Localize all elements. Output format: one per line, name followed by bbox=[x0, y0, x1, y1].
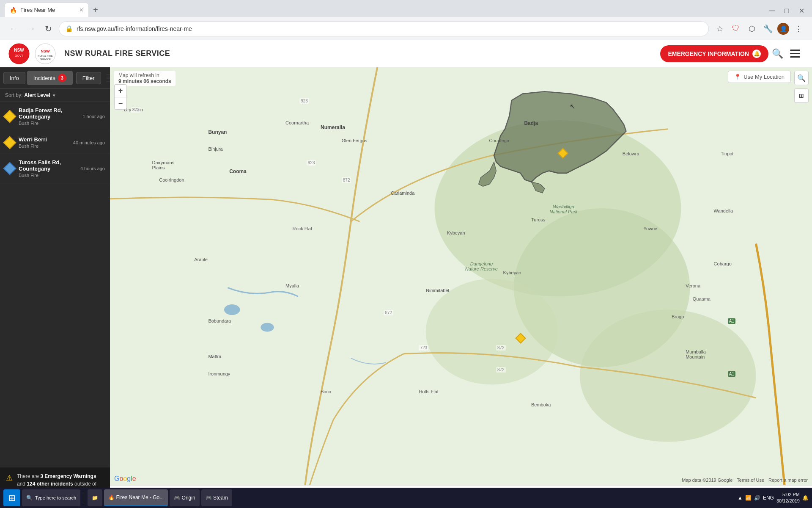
layers-btn[interactable]: ⊞ bbox=[794, 88, 809, 103]
url-text: rfs.nsw.gov.au/fire-information/fires-ne… bbox=[77, 25, 702, 32]
taskbar-origin[interactable]: 🎮 Origin bbox=[170, 489, 199, 506]
taskbar-hide-icon[interactable]: ▲ bbox=[738, 495, 743, 501]
svg-point-11 bbox=[580, 310, 756, 442]
google-logo: Google bbox=[114, 475, 136, 483]
map-area: Map will refresh in: 9 minutes 06 second… bbox=[110, 67, 812, 508]
fire-item-3[interactable]: Tuross Falls Rd, Countegany Bush Fire 4 … bbox=[0, 154, 110, 183]
incidents-count-badge: 3 bbox=[58, 74, 66, 82]
refresh-time: 9 minutes 06 seconds bbox=[118, 78, 171, 84]
taskbar: ⊞ 🔍 Type here to search 📁 🔥 Fires Near M… bbox=[0, 488, 812, 508]
emergency-btn[interactable]: EMERGENCY INFORMATION 🔔 bbox=[660, 45, 768, 62]
tab-close-btn[interactable]: × bbox=[80, 6, 83, 14]
map-container: Map will refresh in: 9 minutes 06 second… bbox=[110, 67, 812, 508]
fire-time-1: 1 hour ago bbox=[82, 114, 105, 119]
svg-point-3 bbox=[35, 44, 55, 64]
nav-icons: ☆ 🛡 ⬡ 🔧 👤 ⋮ bbox=[713, 22, 805, 36]
taskbar-volume-icon: 🔊 bbox=[754, 495, 760, 501]
zoom-out-btn[interactable]: − bbox=[114, 97, 127, 110]
new-tab-btn[interactable]: + bbox=[89, 3, 102, 17]
svg-text:NSW: NSW bbox=[41, 49, 50, 53]
fire-time-2: 40 minutes ago bbox=[73, 140, 105, 145]
incidents-label: Incidents bbox=[33, 75, 55, 81]
incidents-tab-btn[interactable]: Incidents 3 bbox=[27, 71, 73, 85]
time-display: 5:02 PM bbox=[776, 491, 800, 498]
map-background bbox=[110, 67, 812, 508]
more-btn[interactable]: ⋮ bbox=[792, 22, 805, 36]
taskbar-notification-icon[interactable]: 🔔 bbox=[802, 495, 809, 501]
fire-time-3: 4 hours ago bbox=[80, 166, 105, 171]
address-bar[interactable]: 🔒 rfs.nsw.gov.au/fire-information/fires-… bbox=[59, 21, 709, 36]
profile-icon[interactable]: 👤 bbox=[777, 23, 789, 35]
map-data-credit: Map data ©2019 Google bbox=[682, 478, 732, 483]
fire-name-1: Badja Forest Rd, Countegany bbox=[19, 107, 78, 120]
forward-btn[interactable]: → bbox=[25, 21, 38, 36]
svg-text:SERVICE: SERVICE bbox=[40, 58, 51, 61]
refresh-timer: Map will refresh in: 9 minutes 06 second… bbox=[114, 71, 176, 86]
close-btn[interactable]: ✕ bbox=[795, 5, 809, 17]
svg-point-0 bbox=[9, 44, 29, 64]
svg-point-12 bbox=[224, 304, 240, 315]
header-title: NSW RURAL FIRE SERVICE bbox=[64, 49, 170, 58]
use-location-label: Use My Location bbox=[743, 74, 785, 80]
use-location-btn[interactable]: 📍 Use My Location bbox=[728, 71, 791, 83]
svg-point-10 bbox=[426, 279, 558, 385]
browser-chrome: 🔥 Fires Near Me × + ─ ☐ ✕ ← → ↻ 🔒 rfs.ns… bbox=[0, 0, 812, 40]
map-search-btn[interactable]: 🔍 bbox=[794, 71, 809, 85]
taskbar-eng-label: ENG bbox=[763, 495, 774, 501]
tab-bar: 🔥 Fires Near Me × + ─ ☐ ✕ bbox=[0, 0, 812, 17]
fire-marker-yellow-2 bbox=[3, 136, 16, 149]
fire-info-3: Tuross Falls Rd, Countegany Bush Fire bbox=[19, 159, 76, 178]
map-cursor: ↖ bbox=[570, 102, 575, 110]
fire-info-1: Badja Forest Rd, Countegany Bush Fire bbox=[19, 107, 78, 126]
active-tab[interactable]: 🔥 Fires Near Me × bbox=[4, 3, 89, 17]
info-tab-btn[interactable]: Info bbox=[3, 72, 25, 84]
minimize-btn[interactable]: ─ bbox=[765, 5, 779, 17]
alert-warning-icon: ⚠ bbox=[6, 473, 13, 483]
svg-text:RURAL FIRE: RURAL FIRE bbox=[38, 55, 52, 57]
report-error-link[interactable]: Report a map error bbox=[768, 478, 808, 483]
filter-btn[interactable]: Filter bbox=[76, 72, 101, 84]
refresh-label: Map will refresh in: bbox=[118, 72, 171, 78]
back-btn[interactable]: ← bbox=[7, 21, 20, 36]
tab-favicon: 🔥 bbox=[10, 7, 17, 14]
sort-arrow-icon: ▼ bbox=[52, 93, 56, 98]
taskbar-network-icon: 📶 bbox=[745, 495, 752, 501]
main-content: Info Incidents 3 Filter Sort by: Alert L… bbox=[0, 67, 812, 508]
maximize-btn[interactable]: ☐ bbox=[780, 6, 794, 16]
zoom-in-btn[interactable]: + bbox=[114, 84, 127, 97]
hamburger-icon bbox=[790, 50, 800, 58]
taskbar-chrome[interactable]: 🔥 Fires Near Me - Go... bbox=[104, 489, 168, 506]
extension2-btn[interactable]: ⬡ bbox=[745, 22, 759, 36]
map-svg bbox=[110, 67, 812, 508]
date-display: 30/12/2019 bbox=[776, 498, 800, 504]
svg-text:NSW: NSW bbox=[14, 48, 24, 52]
bookmark-btn[interactable]: ☆ bbox=[713, 22, 727, 36]
fire-item-1[interactable]: Badja Forest Rd, Countegany Bush Fire 1 … bbox=[0, 102, 110, 131]
reload-btn[interactable]: ↻ bbox=[42, 21, 55, 36]
taskbar-systray: ▲ 📶 🔊 ENG 5:02 PM 30/12/2019 🔔 bbox=[738, 491, 809, 505]
taskbar-steam[interactable]: 🎮 Steam bbox=[201, 489, 232, 506]
header-logos: NSW GOVT NSW RURAL FIRE SERVICE NSW RURA… bbox=[8, 43, 170, 64]
taskbar-search-btn[interactable]: 🔍 Type here to search bbox=[22, 489, 80, 506]
terms-of-use-link[interactable]: Terms of Use bbox=[737, 478, 764, 483]
extension1-btn[interactable]: 🛡 bbox=[729, 22, 743, 36]
header-search-btn[interactable]: 🔍 bbox=[768, 45, 787, 63]
sidebar: Info Incidents 3 Filter Sort by: Alert L… bbox=[0, 67, 110, 508]
fire-type-1: Bush Fire bbox=[19, 121, 78, 126]
fire-name-3: Tuross Falls Rd, Countegany bbox=[19, 159, 76, 172]
tab-title: Fires Near Me bbox=[20, 7, 55, 13]
zoom-controls: + − bbox=[114, 84, 127, 110]
taskbar-file-explorer[interactable]: 📁 bbox=[88, 489, 102, 506]
start-btn[interactable]: ⊞ bbox=[3, 489, 20, 506]
rfs-logo: NSW RURAL FIRE SERVICE bbox=[35, 43, 56, 64]
fire-item-2[interactable]: Werri Berri Bush Fire 40 minutes ago bbox=[0, 131, 110, 154]
sidebar-toolbar: Info Incidents 3 Filter bbox=[0, 67, 110, 89]
fire-marker-blue-3 bbox=[3, 162, 16, 175]
sort-bar[interactable]: Sort by: Alert Level ▼ bbox=[0, 89, 110, 102]
extension3-btn[interactable]: 🔧 bbox=[761, 22, 775, 36]
map-credits: Map data ©2019 Google Terms of Use Repor… bbox=[682, 478, 808, 483]
taskbar-sep-1 bbox=[84, 491, 84, 504]
header-menu-btn[interactable] bbox=[787, 46, 804, 61]
nsw-logo: NSW GOVT bbox=[8, 43, 30, 64]
taskbar-time: 5:02 PM 30/12/2019 bbox=[776, 491, 800, 505]
